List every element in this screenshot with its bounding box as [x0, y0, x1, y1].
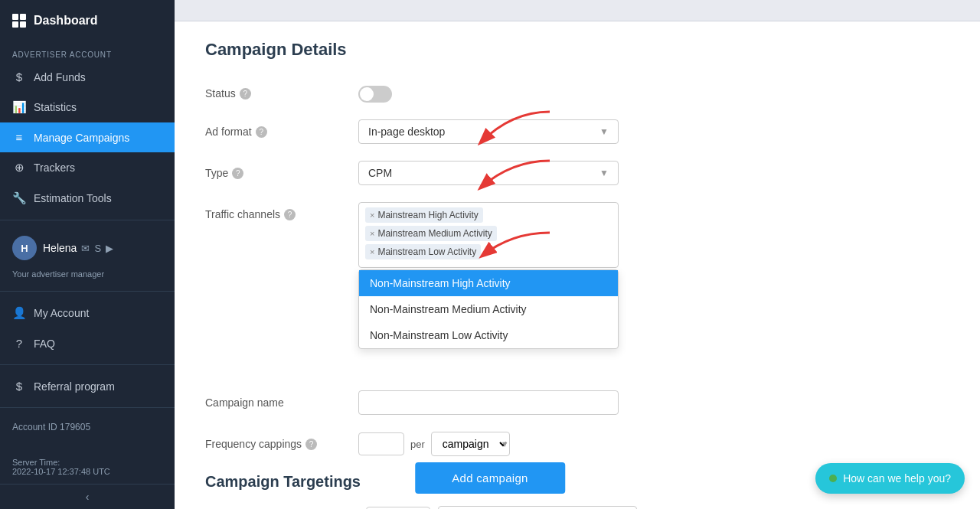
- frequency-cappings-row: Frequency cappings ? per campaign day ho…: [205, 432, 949, 456]
- status-row: Status ?: [205, 81, 949, 103]
- sidebar-item-label: Trackers: [34, 162, 75, 174]
- status-help-icon[interactable]: ?: [240, 88, 251, 100]
- dropdown-item-non-mainstream-low[interactable]: Non-Mainstream Low Activity: [359, 322, 618, 348]
- top-bar: [175, 0, 980, 21]
- frequency-input[interactable]: [358, 432, 404, 455]
- server-time-section: Server Time: 2022-10-17 12:37:48 UTC: [0, 450, 175, 484]
- geo-row: Geo ? Include ▼ × GB United Kingdom: [205, 506, 949, 509]
- remove-tag-icon[interactable]: ×: [370, 229, 374, 238]
- remove-tag-icon[interactable]: ×: [370, 247, 374, 256]
- sidebar-item-label: Referral program: [34, 380, 115, 393]
- tag-mainstream-low: × Mainstream Low Activity: [365, 244, 481, 259]
- campaign-name-row: Campaign name: [205, 390, 949, 415]
- ad-format-label: Ad format ?: [205, 119, 358, 138]
- sidebar-item-add-funds[interactable]: $ Add Funds: [0, 62, 175, 92]
- type-select-container: CPM ▼: [358, 161, 619, 185]
- sidebar-item-label: FAQ: [34, 338, 55, 350]
- tag-mainstream-medium: × Mainstream Medium Activity: [365, 226, 497, 241]
- type-value: CPM: [368, 167, 392, 179]
- frequency-row: per campaign day hour ▼: [358, 432, 619, 456]
- referral-icon: $: [12, 380, 26, 393]
- sidebar-item-label: Statistics: [34, 101, 77, 113]
- geo-input-box[interactable]: × GB United Kingdom: [438, 506, 637, 509]
- skype-icon[interactable]: S: [94, 243, 101, 254]
- manager-name: Helena: [43, 242, 77, 254]
- email-icon[interactable]: ✉: [81, 243, 90, 254]
- chat-online-dot: [829, 475, 837, 482]
- type-label: Type ?: [205, 161, 358, 179]
- ad-format-select[interactable]: In-page desktop ▼: [358, 119, 619, 144]
- type-help-icon[interactable]: ?: [232, 168, 243, 179]
- traffic-channels-dropdown: Non-Mainstream High Activity Non-Mainstr…: [358, 269, 619, 349]
- ad-format-value: In-page desktop: [368, 126, 445, 138]
- sidebar-item-statistics[interactable]: 📊 Statistics: [0, 92, 175, 122]
- geo-controls: Include ▼ × GB United Kingdom: [358, 506, 619, 509]
- avatar: H: [12, 236, 37, 260]
- status-label: Status ?: [205, 81, 358, 100]
- campaign-name-input-container: [358, 390, 619, 415]
- campaign-name-input[interactable]: [358, 390, 619, 415]
- traffic-channels-select[interactable]: × Mainstream High Activity × Mainstream …: [358, 202, 619, 268]
- frequency-period-select[interactable]: campaign day hour: [431, 432, 510, 456]
- sidebar-item-label: Add Funds: [34, 71, 86, 83]
- campaign-name-label: Campaign name: [205, 390, 358, 409]
- sidebar-item-referral[interactable]: $ Referral program: [0, 371, 175, 401]
- tag-label: Mainstream High Activity: [377, 210, 478, 220]
- manager-subtitle: Your advertiser manager: [0, 269, 175, 285]
- telegram-icon[interactable]: ▶: [106, 243, 113, 254]
- traffic-channels-help-icon[interactable]: ?: [284, 209, 296, 220]
- main-content: Campaign Details Status ? Ad format ? In…: [175, 0, 980, 509]
- dropdown-item-non-mainstream-medium[interactable]: Non-Mainstream Medium Activity: [359, 296, 618, 322]
- faq-icon: ?: [12, 337, 26, 350]
- dropdown-item-non-mainstream-high[interactable]: Non-Mainstream High Activity: [359, 270, 618, 296]
- sidebar-item-estimation-tools[interactable]: 🔧 Estimation Tools: [0, 183, 175, 214]
- account-id: Account ID 179605: [0, 414, 175, 440]
- manager-section: H Helena ✉ S ▶: [0, 227, 175, 269]
- sidebar-collapse-button[interactable]: ‹: [0, 484, 175, 509]
- manage-campaigns-icon: ≡: [12, 131, 26, 144]
- tag-mainstream-high: × Mainstream High Activity: [365, 207, 483, 223]
- sidebar-item-faq[interactable]: ? FAQ: [0, 328, 175, 358]
- server-time-label: Server Time:: [12, 458, 162, 467]
- sidebar-item-manage-campaigns[interactable]: ≡ Manage Campaigns: [0, 122, 175, 152]
- ad-format-select-container: In-page desktop ▼: [358, 119, 619, 144]
- type-select[interactable]: CPM ▼: [358, 161, 619, 185]
- traffic-channels-container: × Mainstream High Activity × Mainstream …: [358, 202, 619, 268]
- chat-bubble[interactable]: How can we help you?: [815, 463, 965, 494]
- frequency-cappings-container: per campaign day hour ▼: [358, 432, 619, 456]
- collapse-icon: ‹: [86, 491, 90, 503]
- geo-label: Geo ?: [205, 506, 358, 509]
- statistics-icon: 📊: [12, 100, 26, 114]
- per-label: per: [410, 439, 425, 450]
- server-time-value: 2022-10-17 12:37:48 UTC: [12, 467, 162, 476]
- page-title: Campaign Details: [205, 40, 949, 60]
- sidebar-item-dashboard[interactable]: Dashboard: [0, 0, 175, 41]
- sidebar-item-label: My Account: [34, 307, 89, 319]
- traffic-channels-label: Traffic channels ?: [205, 202, 358, 220]
- tag-label: Mainstream Medium Activity: [377, 228, 492, 239]
- sidebar-item-label: Estimation Tools: [34, 192, 112, 204]
- dashboard-label: Dashboard: [34, 14, 98, 28]
- chevron-down-icon: ▼: [599, 168, 609, 178]
- sidebar: Dashboard ADVERTISER ACCOUNT $ Add Funds…: [0, 0, 175, 509]
- frequency-help-icon[interactable]: ?: [305, 439, 317, 450]
- chevron-down-icon: ▼: [599, 126, 609, 137]
- traffic-tags: × Mainstream High Activity × Mainstream …: [365, 207, 612, 259]
- sidebar-item-trackers[interactable]: ⊕ Trackers: [0, 152, 175, 183]
- status-toggle-container: [358, 81, 619, 103]
- trackers-icon: ⊕: [12, 161, 26, 175]
- geo-row-controls: Include ▼ × GB United Kingdom: [358, 506, 619, 509]
- type-row: Type ? CPM ▼: [205, 161, 949, 185]
- ad-format-help-icon[interactable]: ?: [256, 126, 267, 138]
- sidebar-item-my-account[interactable]: 👤 My Account: [0, 298, 175, 328]
- add-campaign-button[interactable]: Add campaign: [415, 462, 565, 494]
- ad-format-row: Ad format ? In-page desktop ▼: [205, 119, 949, 144]
- chat-label: How can we help you?: [843, 472, 951, 485]
- sidebar-item-label: Manage Campaigns: [34, 132, 129, 144]
- dashboard-icon: [12, 14, 26, 28]
- remove-tag-icon[interactable]: ×: [370, 210, 374, 220]
- my-account-icon: 👤: [12, 306, 26, 320]
- estimation-tools-icon: 🔧: [12, 191, 26, 205]
- frequency-cappings-label: Frequency cappings ?: [205, 432, 358, 450]
- status-toggle[interactable]: [358, 86, 392, 103]
